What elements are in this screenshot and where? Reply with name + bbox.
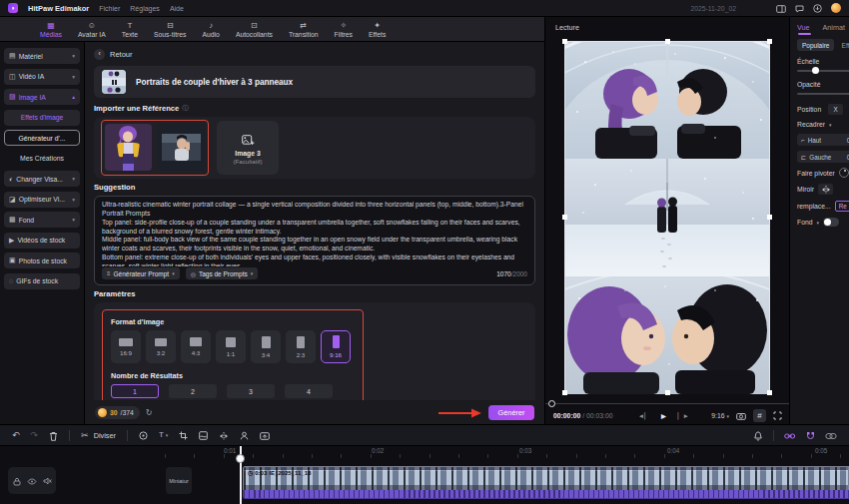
- prompt-generator-button[interactable]: ≡Générateur Prompt▾: [102, 267, 180, 279]
- ratio-3-4-button[interactable]: 3:4: [251, 330, 281, 363]
- export-frame-icon[interactable]: [260, 426, 270, 444]
- resize-handle[interactable]: [665, 390, 670, 395]
- link-clips-toggle[interactable]: [784, 426, 796, 444]
- avatar-tool-icon[interactable]: [240, 426, 249, 444]
- tab-sous-titres[interactable]: ⊟Sous-titres: [154, 21, 186, 38]
- speed-ramp-icon[interactable]: [199, 426, 208, 444]
- ratio-4-3-button[interactable]: 4:3: [181, 330, 211, 363]
- background-toggle[interactable]: [823, 218, 839, 227]
- sidebar-item-video-ia[interactable]: ◫Vidéo IA▾: [4, 69, 80, 85]
- reference-image-3-placeholder[interactable]: Image 3 (Facultatif): [217, 121, 279, 175]
- text-tool-button[interactable]: T▾: [159, 430, 168, 440]
- sidebar-item-fond[interactable]: ▩Fond▾: [4, 212, 80, 228]
- credits-badge[interactable]: 30/374: [95, 406, 140, 419]
- mirror-button[interactable]: [818, 184, 833, 195]
- track-visibility-icon[interactable]: [27, 472, 37, 490]
- scrubber-knob[interactable]: [548, 400, 555, 407]
- snapshot-icon[interactable]: [736, 411, 746, 419]
- prompt-text[interactable]: Ultra-realistic cinematic winter portrai…: [102, 201, 527, 266]
- fullscreen-icon[interactable]: [773, 411, 782, 420]
- feedback-icon[interactable]: [795, 0, 804, 17]
- results-1-button-selected[interactable]: 1: [111, 384, 159, 398]
- crop-tool-icon[interactable]: [179, 426, 188, 444]
- tab-animation[interactable]: Animat: [823, 23, 845, 32]
- layout-panels-icon[interactable]: [776, 0, 786, 17]
- sidebar-item-photos-stock[interactable]: ▣Photos de stock: [4, 252, 80, 268]
- undo-button[interactable]: ↶: [12, 430, 20, 440]
- back-button[interactable]: ‹: [94, 49, 105, 60]
- resize-handle[interactable]: [665, 39, 670, 44]
- tab-autocollants[interactable]: ⊡Autocollants: [236, 21, 273, 38]
- resize-handle[interactable]: [767, 215, 772, 220]
- tab-filtres[interactable]: ✧Filtres: [335, 21, 354, 38]
- play-button[interactable]: ►: [659, 411, 667, 421]
- crop-top-field[interactable]: ⌐Haut0.0%: [797, 134, 849, 146]
- track-mute-icon[interactable]: [43, 472, 52, 490]
- previous-frame-button[interactable]: ◄▏: [638, 412, 649, 420]
- resize-handle[interactable]: [562, 215, 567, 220]
- subtab-populaire[interactable]: Populaire: [797, 39, 834, 51]
- scale-slider-thumb[interactable]: [812, 67, 819, 74]
- timeline-area[interactable]: 0:01 0:02 0:03 0:04 0:05 Miniatur ◷ 0:03…: [0, 446, 849, 504]
- thumbnail-toggle-button[interactable]: Miniatur: [166, 467, 192, 494]
- ratio-16-9-button[interactable]: 16:9: [111, 330, 141, 363]
- tab-transition[interactable]: ⇄Transition: [289, 21, 319, 38]
- template-card[interactable]: Portraits de couple d'hiver à 3 panneaux: [94, 66, 535, 98]
- delete-button[interactable]: [49, 426, 58, 444]
- grid-toggle-button[interactable]: #: [753, 409, 766, 422]
- scale-slider[interactable]: [797, 67, 849, 75]
- sidebar-item-effets-image[interactable]: Effets d'image: [4, 110, 80, 126]
- resize-handle[interactable]: [562, 39, 567, 44]
- reference-image-2[interactable]: [158, 124, 205, 171]
- user-avatar[interactable]: [831, 3, 841, 13]
- position-x-field[interactable]: X: [828, 104, 843, 115]
- replace-button[interactable]: Re: [835, 201, 849, 212]
- next-frame-button[interactable]: ▏►: [678, 412, 689, 420]
- sidebar-item-image-ia[interactable]: ▨Image IA▴: [4, 89, 80, 105]
- video-clip[interactable]: ◷ 0:03 IE_2025_11_18: [243, 466, 849, 500]
- subtab-effets[interactable]: Eff: [841, 42, 849, 49]
- sidebar-item-mes-creations[interactable]: Mes Créations: [4, 151, 80, 167]
- tab-vue[interactable]: Vue: [797, 23, 810, 32]
- menu-aide[interactable]: Aide: [170, 5, 184, 12]
- results-2-button[interactable]: 2: [169, 384, 217, 398]
- tab-effets[interactable]: ✦Effets: [369, 21, 386, 38]
- results-4-button[interactable]: 4: [285, 384, 333, 398]
- chain-link-toggle[interactable]: [825, 426, 837, 444]
- ratio-2-3-button[interactable]: 2:3: [286, 330, 316, 363]
- refresh-credits-icon[interactable]: ↻: [146, 408, 153, 417]
- rotate-dial[interactable]: [839, 168, 849, 178]
- menu-reglages[interactable]: Réglages: [130, 5, 160, 12]
- redo-button[interactable]: ↷: [31, 430, 39, 440]
- sidebar-item-optimiseur-video[interactable]: ◪Optimiseur Vi...▾: [4, 192, 80, 208]
- time-ruler[interactable]: [165, 454, 849, 458]
- ratio-9-16-button-selected[interactable]: 9:16: [321, 330, 351, 363]
- opacity-slider[interactable]: [797, 90, 849, 98]
- resize-handle[interactable]: [767, 39, 772, 44]
- crop-left-field[interactable]: ⊏Gauche0.0%: [797, 151, 849, 163]
- ratio-1-1-button[interactable]: 1:1: [216, 330, 246, 363]
- prompt-textarea[interactable]: Ultra-realistic cinematic winter portrai…: [94, 196, 535, 285]
- resize-handle[interactable]: [562, 390, 567, 395]
- generate-button[interactable]: Générer: [488, 405, 534, 420]
- playhead-handle[interactable]: [236, 454, 245, 463]
- prompt-tags-button[interactable]: ◎Tags de Prompts▾: [186, 267, 259, 279]
- results-3-button[interactable]: 3: [227, 384, 275, 398]
- marker-icon[interactable]: [139, 426, 148, 444]
- track-lock-icon[interactable]: [13, 472, 21, 490]
- voice-bell-icon[interactable]: [753, 426, 763, 444]
- flip-tool-icon[interactable]: [219, 426, 229, 444]
- reference-image-1[interactable]: [105, 124, 152, 171]
- sidebar-item-materiel[interactable]: ▤Matériel▾: [4, 48, 80, 64]
- split-button[interactable]: ✂: [81, 430, 89, 440]
- tab-avatar-ia[interactable]: ☺Avatar IA: [78, 21, 106, 38]
- sidebar-item-changer-visage[interactable]: ◐Changer Visa...▾: [4, 171, 80, 187]
- canvas-ratio-dropdown[interactable]: 9:16▾: [711, 412, 729, 419]
- sidebar-item-gifs-stock[interactable]: ◌GIFs de stock: [4, 273, 80, 289]
- tab-audio[interactable]: ♪Audio: [203, 21, 220, 38]
- sidebar-item-generateur[interactable]: Générateur d'...: [4, 130, 80, 146]
- menu-fichier[interactable]: Fichier: [99, 5, 120, 12]
- resize-handle[interactable]: [767, 390, 772, 395]
- download-icon[interactable]: [813, 0, 822, 17]
- preview-canvas[interactable]: [564, 41, 770, 393]
